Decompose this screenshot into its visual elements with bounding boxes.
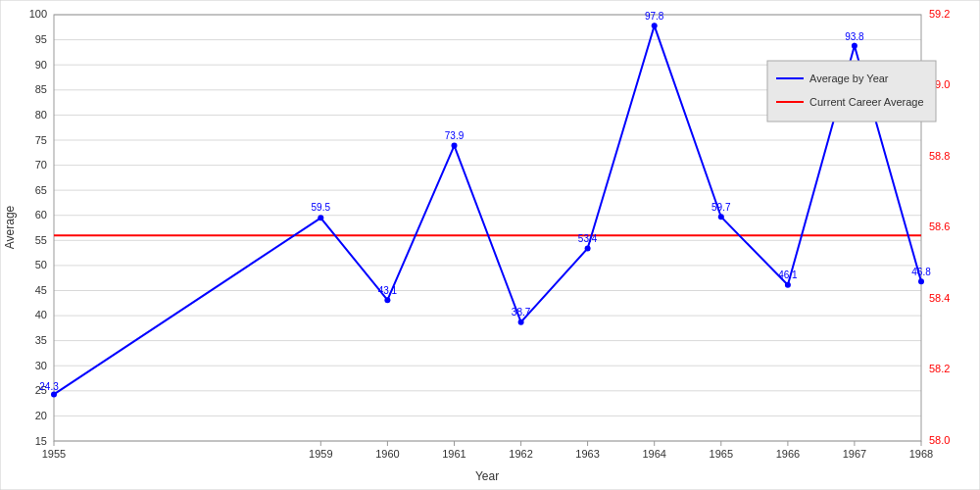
svg-text:30: 30 xyxy=(35,360,47,371)
data-point-1961 xyxy=(452,143,458,149)
svg-text:58.4: 58.4 xyxy=(929,292,950,304)
y-axis-label: Average xyxy=(3,205,17,249)
data-point-1959 xyxy=(318,215,323,220)
svg-text:1960: 1960 xyxy=(375,448,399,460)
label-1967: 93.8 xyxy=(845,31,864,42)
data-point-1967 xyxy=(852,43,858,49)
svg-text:35: 35 xyxy=(35,334,47,346)
data-point-1963 xyxy=(585,246,591,252)
data-point-1962 xyxy=(518,319,524,325)
legend-career-label: Current Career Average xyxy=(809,96,924,108)
svg-text:58.8: 58.8 xyxy=(929,150,950,162)
svg-text:1968: 1968 xyxy=(909,448,933,460)
svg-text:75: 75 xyxy=(35,134,47,146)
chart-svg: 100 95 90 85 80 75 70 65 60 55 50 45 xyxy=(0,0,980,490)
label-1955: 24.3 xyxy=(39,381,59,392)
svg-text:100: 100 xyxy=(29,8,47,20)
label-1968: 46.8 xyxy=(911,267,931,277)
data-point-1965 xyxy=(718,214,724,220)
svg-text:58.6: 58.6 xyxy=(929,220,950,232)
svg-text:20: 20 xyxy=(35,410,47,421)
label-1963: 53.4 xyxy=(578,233,598,244)
svg-text:15: 15 xyxy=(35,435,47,447)
svg-text:59.2: 59.2 xyxy=(929,8,950,20)
svg-text:1955: 1955 xyxy=(42,448,66,460)
svg-text:45: 45 xyxy=(35,284,47,296)
svg-text:90: 90 xyxy=(35,59,47,71)
chart-container: 100 95 90 85 80 75 70 65 60 55 50 45 xyxy=(0,0,980,490)
svg-text:1964: 1964 xyxy=(642,448,665,460)
svg-text:1966: 1966 xyxy=(776,448,800,460)
svg-text:1959: 1959 xyxy=(309,448,332,460)
label-1966: 46.1 xyxy=(778,270,798,280)
svg-text:80: 80 xyxy=(35,109,47,121)
label-1961: 73.9 xyxy=(445,130,465,141)
svg-text:1963: 1963 xyxy=(575,448,599,460)
svg-text:1965: 1965 xyxy=(710,448,733,460)
x-axis-label: Year xyxy=(475,469,499,483)
label-1959: 59.5 xyxy=(312,202,331,213)
label-1965: 59.7 xyxy=(711,202,731,213)
legend-avg-label: Average by Year xyxy=(809,73,889,84)
data-point-1968 xyxy=(918,278,924,284)
data-point-1964 xyxy=(652,23,658,28)
svg-text:40: 40 xyxy=(35,309,47,320)
label-1960: 43.1 xyxy=(378,285,398,296)
label-1962: 38.7 xyxy=(512,307,531,318)
svg-text:1962: 1962 xyxy=(509,448,532,460)
svg-text:50: 50 xyxy=(35,259,47,270)
data-point-1966 xyxy=(785,282,791,288)
data-point-1955 xyxy=(51,391,57,397)
svg-text:58.0: 58.0 xyxy=(929,434,950,446)
svg-text:65: 65 xyxy=(35,184,47,196)
svg-text:95: 95 xyxy=(35,33,47,45)
data-point-1960 xyxy=(384,297,390,303)
svg-text:60: 60 xyxy=(35,209,47,220)
legend-box xyxy=(767,61,936,122)
label-1964: 97.8 xyxy=(645,11,664,22)
svg-text:85: 85 xyxy=(35,83,47,95)
svg-text:1967: 1967 xyxy=(843,448,866,460)
svg-text:58.2: 58.2 xyxy=(929,363,950,374)
svg-text:55: 55 xyxy=(35,234,47,246)
svg-text:1961: 1961 xyxy=(442,448,466,460)
svg-text:70: 70 xyxy=(35,159,47,171)
